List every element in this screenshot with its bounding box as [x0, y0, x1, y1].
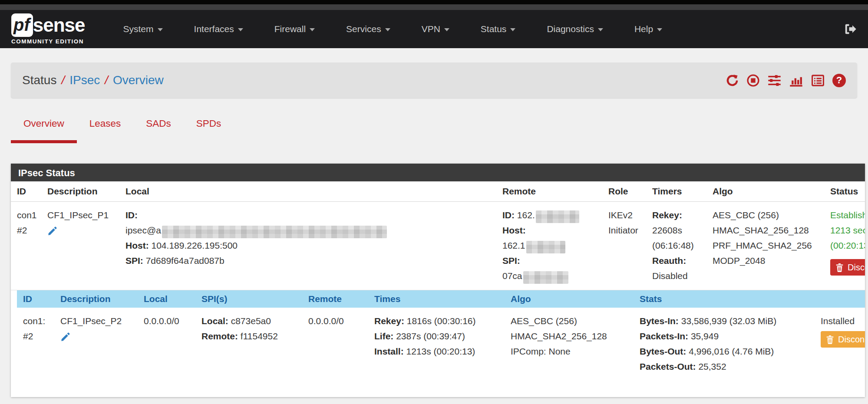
refresh-icon[interactable]: [726, 74, 739, 87]
menu-status[interactable]: Status: [465, 18, 531, 40]
trash-icon: [835, 263, 844, 272]
tab-overview[interactable]: Overview: [11, 118, 77, 143]
chevron-down-icon: [310, 28, 315, 31]
cell-stats: Bytes-In: 33,586,939 (32.03 MiB) Packets…: [636, 308, 817, 380]
col-id: ID: [11, 181, 44, 202]
col-spis: SPI(s): [198, 290, 305, 308]
logo-subtitle: COMMUNITY EDITION: [11, 38, 85, 45]
chevron-down-icon: [158, 28, 163, 31]
child-sa-row: con1: #2 CF1_IPsec_P2 0.0.0.0/0 Local: c…: [17, 308, 865, 380]
col-local: Local: [122, 181, 499, 202]
cell-id: con1 #2: [11, 202, 44, 289]
cell-remote: 0.0.0.0/0: [305, 308, 371, 380]
cell-status: Installed Disconnect: [817, 308, 865, 380]
sliders-icon[interactable]: [767, 74, 782, 87]
breadcrumb-ipsec-link[interactable]: IPsec: [69, 73, 100, 87]
child-sa-section: ID Description Local SPI(s) Remote Times…: [11, 290, 865, 380]
tab-spds[interactable]: SPDs: [184, 118, 234, 143]
col-role: Role: [605, 181, 649, 202]
ipsec-status-panel: IPsec Status ID Description Local Remote…: [11, 164, 865, 397]
child-sa-table: ID Description Local SPI(s) Remote Times…: [17, 290, 865, 380]
breadcrumb-separator: /: [61, 73, 65, 87]
col-stats: Stats: [636, 290, 817, 308]
chevron-down-icon: [238, 28, 243, 31]
menu-diagnostics[interactable]: Diagnostics: [531, 18, 619, 40]
log-list-icon[interactable]: [811, 74, 825, 87]
col-description: Description: [57, 290, 140, 308]
window-title-strip: [0, 4, 868, 10]
chevron-down-icon: [510, 28, 515, 31]
col-status: [817, 290, 865, 308]
menu-vpn[interactable]: VPN: [406, 18, 465, 40]
panel-title: IPsec Status: [11, 164, 865, 181]
menu-firewall[interactable]: Firewall: [259, 18, 330, 40]
menu-services[interactable]: Services: [330, 18, 406, 40]
menu-help[interactable]: Help: [619, 18, 678, 40]
top-navbar: pf sense COMMUNITY EDITION System Interf…: [0, 10, 868, 48]
col-remote: Remote: [499, 181, 605, 202]
redacted-area: [526, 241, 565, 253]
col-algo: Algo: [507, 290, 636, 308]
breadcrumb: Status / IPsec / Overview: [22, 73, 164, 87]
redacted-area: [536, 210, 579, 223]
breadcrumb-bar: Status / IPsec / Overview ?: [11, 62, 857, 98]
ike-sa-table: ID Description Local Remote Role Timers …: [11, 181, 865, 289]
col-description: Description: [44, 181, 122, 202]
status-badge: Installed: [821, 313, 865, 328]
cell-id: con1: #2: [17, 308, 57, 380]
cell-status: Established 1213 seconds (00:20:13) Disc…: [827, 202, 865, 289]
cell-algo: AES_CBC (256) HMAC_SHA2_256_128 IPComp: …: [507, 308, 636, 380]
cell-description: CF1_IPsec_P2: [57, 308, 140, 380]
cell-local: 0.0.0.0/0: [140, 308, 198, 380]
edit-pencil-icon[interactable]: [60, 331, 70, 346]
disconnect-button[interactable]: Disconnect: [821, 331, 865, 348]
chevron-down-icon: [657, 28, 662, 31]
page-action-icons: ?: [726, 74, 846, 87]
col-timers: Timers: [649, 181, 709, 202]
col-algo: Algo: [709, 181, 827, 202]
cell-description: CF1_IPsec_P1: [44, 202, 122, 289]
redacted-area: [523, 271, 568, 284]
edit-pencil-icon[interactable]: [47, 225, 57, 240]
chevron-down-icon: [598, 28, 603, 31]
breadcrumb-separator: /: [105, 73, 108, 87]
col-id: ID: [17, 290, 57, 308]
ipsec-subtabs: Overview Leases SADs SPDs: [11, 118, 868, 143]
tab-sads[interactable]: SADs: [133, 118, 184, 143]
stop-icon[interactable]: [746, 74, 760, 87]
breadcrumb-overview-link[interactable]: Overview: [113, 73, 164, 87]
cell-local: ID: ipsec@a Host: 104.189.226.195:500 SP…: [122, 202, 499, 289]
sign-out-icon[interactable]: [844, 23, 857, 36]
col-remote: Remote: [305, 290, 371, 308]
main-menu: System Interfaces Firewall Services VPN …: [108, 18, 678, 40]
logo-pf: pf: [11, 13, 33, 37]
cell-times: Rekey: 1816s (00:30:16) Life: 2387s (00:…: [371, 308, 507, 380]
tab-leases[interactable]: Leases: [77, 118, 134, 143]
help-icon[interactable]: ?: [832, 74, 846, 87]
cell-spis: Local: c873e5a0 Remote: f1154952: [198, 308, 305, 380]
bar-chart-icon[interactable]: [789, 74, 803, 87]
col-times: Times: [371, 290, 507, 308]
cell-remote: ID: 162. Host: 162.1 SPI: 07ca: [499, 202, 605, 289]
window-top-strip: [0, 0, 868, 4]
redacted-area: [162, 226, 387, 238]
cell-role: IKEv2 Initiator: [605, 202, 649, 289]
logo-sense: sense: [33, 16, 85, 35]
cell-algo: AES_CBC (256) HMAC_SHA2_256_128 PRF_HMAC…: [709, 202, 827, 289]
col-status: Status: [827, 181, 865, 202]
cell-timers: Rekey: 22608s (06:16:48) Reauth: Disable…: [649, 202, 709, 289]
breadcrumb-status: Status: [22, 73, 56, 87]
menu-system[interactable]: System: [108, 18, 178, 40]
disconnect-button[interactable]: Disconnect: [830, 259, 865, 276]
chevron-down-icon: [385, 28, 390, 31]
menu-interfaces[interactable]: Interfaces: [178, 18, 259, 40]
chevron-down-icon: [444, 28, 449, 31]
ike-sa-row: con1 #2 CF1_IPsec_P1 ID: ipsec@a Host: 1…: [11, 202, 865, 289]
col-local: Local: [140, 290, 198, 308]
pfsense-logo[interactable]: pf sense COMMUNITY EDITION: [11, 13, 85, 45]
trash-icon: [826, 335, 834, 344]
